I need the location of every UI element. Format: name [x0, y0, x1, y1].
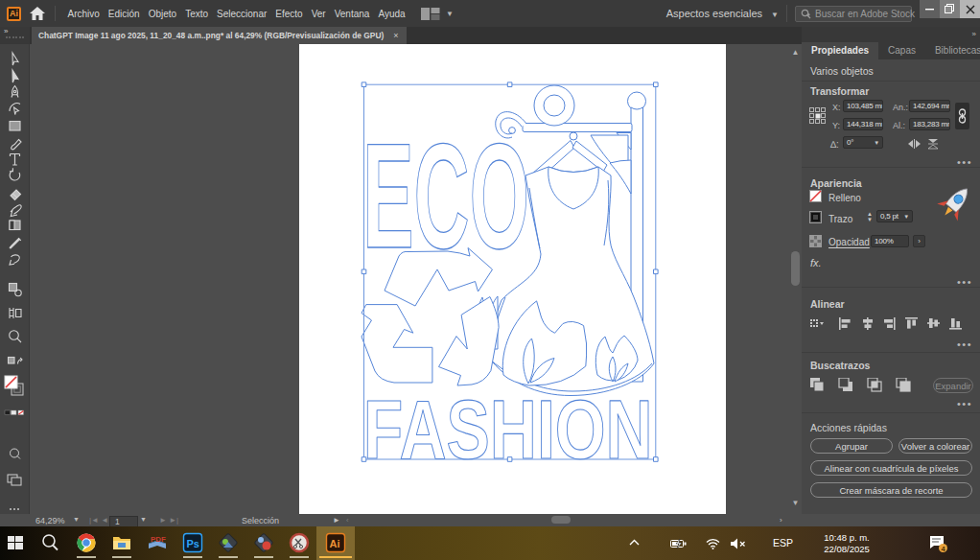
svg-text:Ps: Ps: [187, 538, 199, 549]
svg-text:Ai: Ai: [330, 538, 340, 549]
svg-text:PDF: PDF: [151, 535, 166, 544]
